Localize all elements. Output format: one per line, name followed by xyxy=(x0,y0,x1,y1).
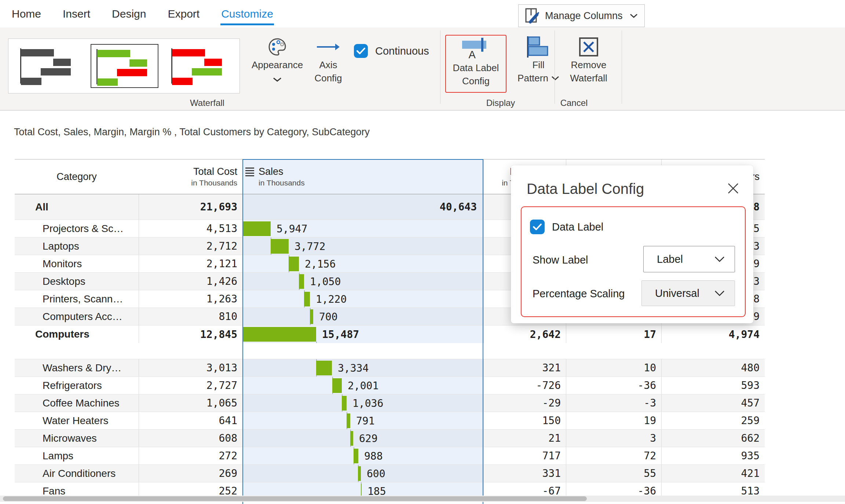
menu-tab-export[interactable]: Export xyxy=(167,3,200,25)
category-cell[interactable]: Water Heaters xyxy=(15,412,139,429)
continuous-toggle[interactable]: Continuous xyxy=(354,44,429,58)
margin-pct-cell: 19 xyxy=(566,412,661,429)
category-cell[interactable]: Refrigerators xyxy=(15,377,139,394)
fill-pattern-label-1: Fill xyxy=(532,58,544,71)
chevron-down-icon xyxy=(272,77,282,82)
menu-tab-home[interactable]: Home xyxy=(11,3,42,25)
category-cell[interactable]: Computers Acc… xyxy=(15,308,139,325)
thumb-bar xyxy=(21,78,41,85)
waterfall-bar[interactable] xyxy=(299,274,304,289)
waterfall-style-neutral[interactable] xyxy=(15,44,83,88)
total-customers-cell: 662 xyxy=(661,430,765,447)
waterfall-bar[interactable] xyxy=(316,361,332,375)
horizontal-scrollbar[interactable] xyxy=(0,496,845,502)
table-row[interactable]: Washers & Dry…3,0133,33432110480 xyxy=(15,359,765,377)
appearance-label: Appearance xyxy=(252,58,303,71)
total-cost-cell: 2,712 xyxy=(139,238,242,255)
menu-tab-insert[interactable]: Insert xyxy=(62,3,91,25)
menu-tab-design[interactable]: Design xyxy=(111,3,147,25)
waterfall-bar[interactable] xyxy=(358,466,361,481)
waterfall-bar[interactable] xyxy=(354,449,358,463)
remove-waterfall-button[interactable]: Remove Waterfall xyxy=(559,36,618,85)
total-cost-cell: 608 xyxy=(139,430,242,447)
waterfall-bar[interactable] xyxy=(347,413,350,428)
remove-waterfall-label-1: Remove xyxy=(571,58,607,71)
category-cell[interactable]: Laptops xyxy=(15,238,139,255)
table-row[interactable]: Refrigerators2,7272,001-726-36593 xyxy=(15,377,765,394)
waterfall-bar[interactable] xyxy=(271,239,289,254)
category-cell[interactable]: Desktops xyxy=(15,273,139,290)
waterfall-bar[interactable] xyxy=(289,257,299,271)
fill-pattern-label-2: Pattern xyxy=(517,71,548,85)
dialog-highlight-box: Data Label Show Label Label Percentage S… xyxy=(521,206,746,317)
sales-waterfall-cell: 1,036 xyxy=(242,394,483,412)
thumb-bar xyxy=(129,59,147,67)
total-cost-cell: 1,426 xyxy=(139,273,242,290)
sales-waterfall-cell: 791 xyxy=(242,412,483,429)
category-cell[interactable]: Microwaves xyxy=(15,430,139,447)
dialog-title: Data Label Config xyxy=(527,181,644,197)
category-cell[interactable]: Projectors & Sc… xyxy=(15,220,139,237)
close-icon[interactable] xyxy=(726,181,740,195)
category-cell[interactable]: Washers & Dry… xyxy=(15,359,139,376)
waterfall-bar[interactable] xyxy=(304,292,310,306)
total-cost-cell: 272 xyxy=(139,447,242,464)
table-row[interactable]: Computers12,84515,4872,642174,974 xyxy=(15,325,765,359)
thumb-bar xyxy=(192,68,222,76)
drag-handle-icon[interactable] xyxy=(245,168,254,176)
table-row[interactable]: Water Heaters64179115019259 xyxy=(15,412,765,430)
table-row[interactable]: Lamps27298871772935 xyxy=(15,447,765,465)
table-row[interactable]: Coffee Machines1,0651,036-29-3457 xyxy=(15,394,765,412)
waterfall-bar[interactable] xyxy=(350,431,353,446)
column-header-sales[interactable]: Sales in Thousands xyxy=(242,159,483,194)
category-cell[interactable]: All xyxy=(15,194,139,220)
appearance-button[interactable]: Appearance xyxy=(249,36,306,82)
category-cell[interactable]: Air Conditioners xyxy=(15,465,139,482)
sales-waterfall-cell: 40,643 xyxy=(242,194,483,220)
waterfall-style-red[interactable] xyxy=(166,44,234,88)
thumb-bar xyxy=(97,50,130,57)
menu-bar: HomeInsertDesignExportCustomize Manage C… xyxy=(0,0,845,27)
total-cost-cell: 1,263 xyxy=(139,290,242,308)
category-cell[interactable]: Printers, Scann… xyxy=(15,290,139,308)
table-row[interactable]: Microwaves608629213662 xyxy=(15,430,765,447)
total-cost-cell: 641 xyxy=(139,412,242,429)
remove-waterfall-label-2: Waterfall xyxy=(570,71,607,85)
total-cost-cell: 2,727 xyxy=(139,377,242,394)
chevron-down-icon xyxy=(629,13,638,19)
menu-tab-customize[interactable]: Customize xyxy=(220,3,274,25)
waterfall-bar[interactable] xyxy=(310,309,313,324)
data-label-toggle[interactable]: Data Label xyxy=(530,220,603,234)
sales-waterfall-cell: 3,334 xyxy=(242,359,483,376)
show-label-dropdown[interactable]: Label xyxy=(643,246,735,272)
data-label-config-button[interactable]: A Data Label Config xyxy=(446,38,506,88)
data-label-checkbox[interactable] xyxy=(530,220,545,234)
column-header-category[interactable]: Category xyxy=(15,159,139,194)
category-cell[interactable]: Lamps xyxy=(15,447,139,464)
column-header-total-cost[interactable]: Total Costin Thousands xyxy=(139,159,242,194)
thumb-bar xyxy=(21,49,54,56)
manage-columns-button[interactable]: Manage Columns xyxy=(518,4,645,27)
scrollbar-handle[interactable] xyxy=(3,496,587,501)
continuous-checkbox[interactable] xyxy=(354,44,368,58)
waterfall-bar[interactable] xyxy=(342,396,347,411)
fill-pattern-button[interactable]: Fill Pattern xyxy=(513,36,564,85)
waterfall-bar[interactable] xyxy=(242,221,271,236)
chevron-down-icon xyxy=(551,76,559,81)
category-cell[interactable]: Computers xyxy=(15,325,139,343)
app-window: HomeInsertDesignExportCustomize Manage C… xyxy=(0,0,845,504)
category-cell[interactable]: Monitors xyxy=(15,255,139,272)
waterfall-bar[interactable] xyxy=(332,378,342,393)
sales-waterfall-cell: 1,220 xyxy=(242,290,483,308)
total-customers-cell: 593 xyxy=(661,377,765,394)
percentage-scaling-label: Percentage Scaling xyxy=(533,288,625,300)
axis-config-button[interactable]: Axis Config xyxy=(310,36,347,85)
thumb-bar xyxy=(117,69,147,76)
waterfall-bar[interactable] xyxy=(242,327,316,342)
manage-columns-label: Manage Columns xyxy=(545,10,623,22)
table-row[interactable]: Air Conditioners26960033155421 xyxy=(15,465,765,482)
category-cell[interactable]: Coffee Machines xyxy=(15,394,139,412)
waterfall-style-green[interactable] xyxy=(91,44,158,88)
percentage-scaling-dropdown[interactable]: Universal xyxy=(641,280,735,306)
sales-waterfall-cell: 2,156 xyxy=(242,255,483,272)
